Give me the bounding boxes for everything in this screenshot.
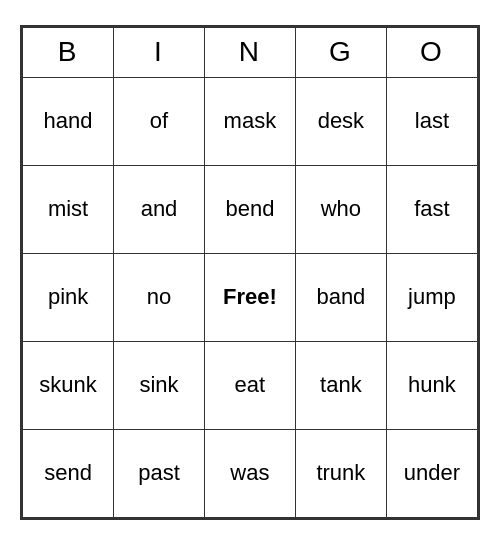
header-row: B I N G O: [23, 27, 478, 77]
cell-r1c4: desk: [295, 77, 386, 165]
cell-r1c1: hand: [23, 77, 114, 165]
cell-r3c1: pink: [23, 253, 114, 341]
cell-r5c5: under: [386, 429, 477, 517]
col-o-header: O: [386, 27, 477, 77]
cell-r2c3: bend: [204, 165, 295, 253]
cell-r5c3: was: [204, 429, 295, 517]
bingo-card: B I N G O hand of mask desk last mist an…: [20, 25, 480, 520]
cell-r3c5: jump: [386, 253, 477, 341]
table-row: pink no Free! band jump: [23, 253, 478, 341]
table-row: mist and bend who fast: [23, 165, 478, 253]
cell-r1c5: last: [386, 77, 477, 165]
cell-r5c1: send: [23, 429, 114, 517]
cell-r4c4: tank: [295, 341, 386, 429]
col-g-header: G: [295, 27, 386, 77]
table-row: skunk sink eat tank hunk: [23, 341, 478, 429]
cell-r1c3: mask: [204, 77, 295, 165]
cell-r2c2: and: [114, 165, 205, 253]
col-n-header: N: [204, 27, 295, 77]
cell-r3c3-free: Free!: [204, 253, 295, 341]
cell-r5c4: trunk: [295, 429, 386, 517]
cell-r4c2: sink: [114, 341, 205, 429]
bingo-table: B I N G O hand of mask desk last mist an…: [22, 27, 478, 518]
cell-r2c4: who: [295, 165, 386, 253]
cell-r4c5: hunk: [386, 341, 477, 429]
table-row: hand of mask desk last: [23, 77, 478, 165]
cell-r2c5: fast: [386, 165, 477, 253]
cell-r3c2: no: [114, 253, 205, 341]
col-b-header: B: [23, 27, 114, 77]
cell-r2c1: mist: [23, 165, 114, 253]
col-i-header: I: [114, 27, 205, 77]
table-row: send past was trunk under: [23, 429, 478, 517]
cell-r4c3: eat: [204, 341, 295, 429]
cell-r3c4: band: [295, 253, 386, 341]
cell-r1c2: of: [114, 77, 205, 165]
cell-r5c2: past: [114, 429, 205, 517]
cell-r4c1: skunk: [23, 341, 114, 429]
